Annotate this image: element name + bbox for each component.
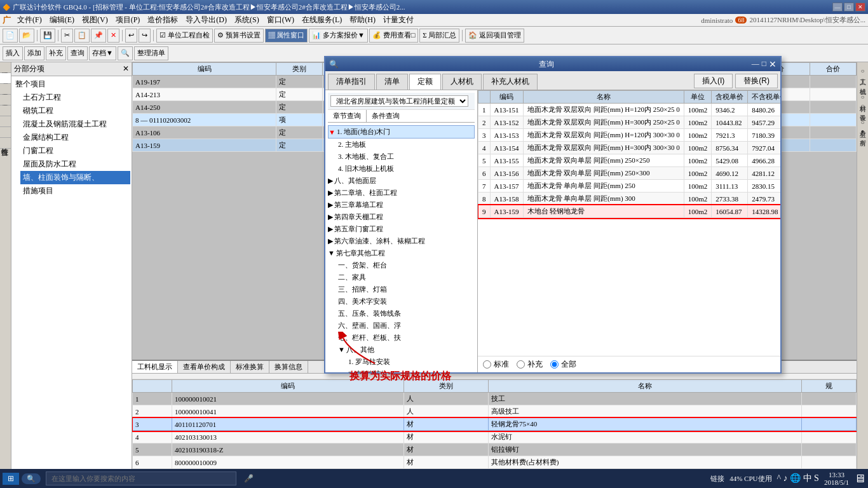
dialog-tab-list-guide[interactable]: 清单指引 — [328, 74, 375, 90]
cut-btn[interactable]: ✂ — [61, 29, 73, 43]
tree-item-root[interactable]: 整个项目 — [13, 78, 130, 91]
budget-settings-btn[interactable]: ⚙ 预算书设置 — [214, 29, 264, 43]
menu-quota-index[interactable]: 造价指标 — [144, 14, 182, 26]
tree-item-sign[interactable]: 三、招牌、灯箱 — [338, 283, 475, 295]
rt-row[interactable]: 2A13-152 地面木龙骨 双层双向 间距(mm) H=300内 250×25… — [478, 116, 781, 129]
copy-btn[interactable]: 📋 — [74, 29, 90, 43]
taskbar-search-input[interactable] — [46, 471, 236, 485]
dialog-tab-quota[interactable]: 定额 — [409, 74, 441, 90]
tree-item-main-floor[interactable]: 2. 主地板 — [338, 139, 475, 151]
right-tab-material[interactable]: ○材料 ○设备 — [857, 88, 868, 114]
taskbar-notification[interactable]: 🖥 — [854, 472, 865, 485]
title-bar-buttons[interactable]: — □ ✕ — [832, 3, 865, 11]
tab-reports[interactable]: 报表 — [0, 127, 11, 138]
menu-system[interactable]: 系统(S) — [231, 14, 263, 26]
multi-plan-btn[interactable]: 📊 多方案报价▼ — [309, 29, 368, 43]
tab-price-composition[interactable]: 查看单价构成 — [178, 361, 231, 373]
dialog-tab-labor-material[interactable]: 人材机 — [442, 74, 482, 90]
tab-fees[interactable]: 费用汇总 — [0, 116, 11, 127]
right-tab-labor[interactable]: ○人工 ○机械 — [857, 62, 868, 88]
tree-item-doors[interactable]: 门窗工程 — [20, 144, 130, 158]
rt-row-selected[interactable]: 9A13-159 木地台 轻钢地龙骨 100m216054.8714328.98 — [478, 205, 781, 218]
tree-item-ch3[interactable]: ▶第三章幕墙工程 — [328, 199, 475, 211]
tree-item-wood-floor[interactable]: 3. 木地板、复合工 — [338, 151, 475, 163]
bp-row[interactable]: 2 100000010041 人 高级技工 — [133, 405, 857, 418]
tab-sections[interactable]: 分部分项 — [0, 73, 11, 84]
tree-item-old-floor[interactable]: 4. 旧木地板上机板 — [338, 163, 475, 175]
tree-item-other[interactable]: ▼八、其他 — [338, 344, 475, 356]
tree-item-wall-decoration[interactable]: 墙、柱面装饰与隔断、 — [20, 171, 130, 184]
tree-item-ch6[interactable]: ▶第六章油漆、涂料、裱糊工程 — [328, 235, 475, 247]
dialog-tab-list[interactable]: 清单 — [376, 74, 408, 90]
property-window-btn[interactable]: ▦ 属性窗口 — [265, 29, 308, 43]
tab-exchange-info[interactable]: 换算信息 — [269, 361, 308, 373]
close-button[interactable]: ✕ — [855, 3, 865, 11]
menu-online[interactable]: 在线服务(L) — [298, 14, 346, 26]
rt-row[interactable]: 1 A13-151 地面木龙骨 双层双向 间距(mm) H=120内 250×2… — [478, 104, 781, 116]
menu-help[interactable]: 帮助(H) — [346, 14, 379, 26]
tree-item-metal[interactable]: 金属结构工程 — [20, 131, 130, 144]
supplement-btn[interactable]: 补充 — [46, 46, 66, 60]
tab-standard-exchange[interactable]: 标准换算 — [231, 361, 269, 373]
tree-item-ch2[interactable]: ▶第二章墙、柱面工程 — [328, 187, 475, 199]
tree-item-plywood[interactable]: 2. 夹板镂刻 — [348, 368, 475, 372]
tab-compliance[interactable]: 符合性检查 — [0, 138, 11, 149]
dialog-tab-supplement[interactable]: 补充人材机 — [483, 74, 538, 90]
right-tab-main[interactable]: ○主材 ●所有 — [857, 114, 868, 140]
tree-item-ch7[interactable]: ▼第七章其他工程 — [328, 247, 475, 259]
menu-file[interactable]: 文件(F) — [13, 14, 46, 26]
tree-item-earthwork[interactable]: 土石方工程 — [20, 91, 130, 104]
tree-item-ch4[interactable]: ▶第四章天棚工程 — [328, 211, 475, 223]
cortana-button[interactable]: 🔍 — [22, 473, 41, 484]
tree-item-railing[interactable]: 七、栏杆、栏板、扶 — [338, 332, 475, 344]
menu-project[interactable]: 项目(P) — [112, 14, 144, 26]
organize-btn[interactable]: 整理清单 — [134, 46, 168, 60]
save-btn[interactable]: 💾 — [40, 29, 55, 43]
dialog-maximize[interactable]: □ — [762, 59, 766, 70]
open-btn[interactable]: 📂 — [19, 29, 34, 43]
tab-project-overview[interactable]: 工程概况 — [0, 62, 11, 73]
tree-item-masonry[interactable]: 砌筑工程 — [20, 104, 130, 118]
mic-icon[interactable]: 🎤 — [244, 474, 254, 484]
return-btn[interactable]: 🏠 返回项目管理 — [465, 29, 524, 43]
panel-close[interactable]: ✕ — [123, 64, 129, 74]
menu-edit[interactable]: 编辑(E) — [46, 14, 78, 26]
tab-others[interactable]: 其他项目 — [0, 95, 11, 105]
dialog-minimize[interactable]: — — [752, 59, 759, 70]
menu-import-export[interactable]: 导入导出(D) — [182, 14, 231, 26]
tree-item-shelf[interactable]: 一、货架、柜台 — [338, 259, 475, 271]
tab-labor-material[interactable]: 人材机汇总 — [0, 105, 11, 116]
tree-tab-condition[interactable]: 条件查询 — [367, 110, 405, 122]
unit-check-btn[interactable]: ☑ 单位工程自检 — [156, 29, 213, 43]
tree-item-furniture[interactable]: 二、家具 — [338, 271, 475, 283]
fee-view-btn[interactable]: 💰 费用查看□ — [369, 29, 418, 43]
start-button[interactable]: ⊞ — [3, 473, 19, 485]
radio-standard-input[interactable] — [483, 360, 491, 369]
minimize-button[interactable]: — — [832, 3, 843, 11]
rt-row[interactable]: 6A13-156 地面木龙骨 双向单层 间距(mm) 250×300 100m2… — [478, 167, 781, 180]
tree-item-art[interactable]: 四、美术字安装 — [338, 295, 475, 308]
menu-payment[interactable]: 计量支付 — [379, 14, 417, 26]
tree-item-painting[interactable]: 六、壁画、国画、浮 — [338, 320, 475, 332]
tree-item-roofing[interactable]: 屋面及防水工程 — [20, 158, 130, 171]
tree-item-concrete[interactable]: 混凝土及钢筋混凝土工程 — [20, 118, 130, 131]
bp-row[interactable]: 4 402103130013 材 水泥钉 — [133, 431, 857, 444]
rt-row[interactable]: 7A13-157 地面木龙骨 单向单层 间距(mm) 250 100m23111… — [478, 180, 781, 193]
tree-tab-chapter[interactable]: 章节查询 — [328, 110, 367, 122]
bp-row-highlighted[interactable]: 3 401101120701 材 轻钢龙骨75×40 — [133, 418, 857, 431]
rt-row[interactable]: 4A13-154 地面木龙骨 双层双向 间距(mm) H=300内 300×30… — [478, 142, 781, 154]
tree-item-ch5[interactable]: ▶第五章门窗工程 — [328, 223, 475, 235]
tab-measures[interactable]: 措施项目 — [0, 84, 11, 95]
bp-row[interactable]: 5 402103190318-Z 材 铝拉铆钉 — [133, 444, 857, 456]
bp-row[interactable]: 6 800000010009 材 其他材料费(占材料费) — [133, 456, 857, 469]
bp-row[interactable]: 1 100000010021 人 技工 — [133, 393, 857, 405]
menu-view[interactable]: 视图(V) — [78, 14, 112, 26]
replace-button[interactable]: 替换(R) — [735, 74, 778, 88]
rt-row[interactable]: 5A13-155 地面木龙骨 双向单层 间距(mm) 250×250 100m2… — [478, 154, 781, 167]
menu-window[interactable]: 窗口(W) — [263, 14, 298, 26]
radio-all-input[interactable] — [550, 360, 559, 369]
redo-btn[interactable]: ↪ — [139, 29, 151, 43]
dialog-close-button[interactable]: ✕ — [769, 59, 776, 70]
undo-btn[interactable]: ↩ — [125, 29, 137, 43]
find-btn[interactable]: 🔍 — [118, 46, 133, 60]
